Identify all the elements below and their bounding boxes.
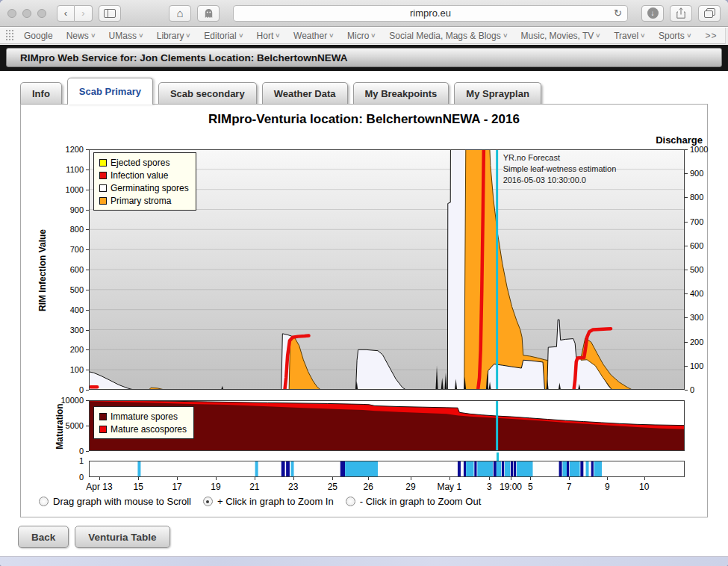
right-axis-tick-label: 800 [690,193,715,202]
bookmarks-grid-icon[interactable] [6,30,14,41]
tab-my-sprayplan[interactable]: My Sprayplan [454,82,541,105]
left-axis-tick [86,170,89,170]
address-bar[interactable]: rimpro.eu ↻ [233,5,628,22]
right-axis-tick [685,366,688,367]
wetness-strip[interactable] [89,461,685,477]
x-axis-tick [332,477,333,480]
left-axis-tick [86,349,89,350]
wetness-bar [502,461,504,476]
tab-scab-secondary[interactable]: Scab secondary [158,82,257,105]
x-axis-tick-label: 10 [627,482,662,492]
tab-my-breakpoints[interactable]: My Breakpoints [353,82,449,105]
tab-info[interactable]: Info [20,82,62,105]
chevron-down-icon: ∨ [595,32,601,39]
sidebar-button[interactable] [99,5,121,22]
bookmark-item[interactable]: Music, Movies, TV∨ [521,31,601,41]
bookmarks-bar: GoogleNews∨UMass∨Library∨Editorial∨Hort∨… [0,28,728,44]
bookmark-label: Editorial [204,31,236,41]
zoom-window-button[interactable] [37,9,46,18]
bookmark-item[interactable]: Micro∨ [347,31,376,41]
x-axis-tick-label: 19 [199,482,233,492]
right-axis-tick [685,149,688,150]
wetness-bar [505,461,510,476]
wetness-bar [497,461,501,476]
bookmark-item[interactable]: Travel∨ [614,31,645,41]
bookmark-label: UMass [109,31,137,41]
wetness-tick-label: 0 [69,473,84,482]
wetness-bar [594,461,602,476]
legend-label: Germinating spores [111,183,189,193]
bookmark-item[interactable]: Social Media, Mags & Blogs∨ [389,31,507,41]
radio-label[interactable]: + Click in graph to Zoom In [217,496,334,507]
legend-swatch [99,197,107,205]
tab-overview-button[interactable] [698,5,721,22]
right-axis-tick-label: 700 [690,217,715,226]
maturation-tick [86,451,89,452]
right-axis-tick-label: 900 [690,169,715,178]
bookmark-item[interactable]: Hort∨ [257,31,281,41]
maturation-tick [86,400,89,401]
x-axis-tick [569,477,570,480]
back-button[interactable]: ‹ [57,5,75,22]
right-axis-tick [685,197,688,198]
right-axis-tick [685,293,688,294]
radio-label[interactable]: Drag graph with mouse to Scroll [53,496,191,507]
close-window-button[interactable] [7,9,16,18]
new-tab-button[interactable]: + [725,28,728,44]
venturia-table-button[interactable]: Venturia Table [75,526,169,548]
left-axis-tick-label: 100 [58,365,84,374]
tab-weather-data[interactable]: Weather Data [262,82,348,105]
bookmark-item[interactable]: UMass∨ [109,31,143,41]
left-axis-tick-label: 700 [58,245,84,254]
bookmark-item[interactable]: Weather∨ [293,31,334,41]
right-axis-tick [685,342,688,343]
downloads-button[interactable]: ↓ [641,5,664,22]
extension-button[interactable] [197,5,220,22]
left-axis-tick [86,229,89,230]
wetness-bar [340,461,345,476]
wetness-bar [517,461,533,476]
app-header: RIMpro Web Service for: Jon Clements Loc… [6,48,722,67]
left-axis-tick-label: 600 [58,265,84,274]
bookmark-item[interactable]: News∨ [66,31,96,41]
bookmark-item[interactable]: Google [24,31,53,41]
tab-scab-primary[interactable]: Scab Primary [67,78,153,105]
tabs-icon [704,8,715,18]
legend-item: Mature ascospores [99,423,187,435]
main-chart-legend: Ejected sporesInfection valueGerminating… [93,152,196,211]
wetness-bar [474,461,476,476]
bookmark-item[interactable]: Editorial∨ [204,31,243,41]
minimize-window-button[interactable] [22,9,31,18]
radio-option[interactable] [39,497,49,506]
left-axis-tick-label: 0 [58,385,84,394]
bookmarks-overflow-button[interactable]: >> [706,31,718,41]
radio-option[interactable] [346,497,355,506]
left-axis-tick-label: 900 [58,205,84,214]
ghost-icon [204,8,214,19]
wetness-svg [89,461,685,477]
reload-icon[interactable]: ↻ [614,7,622,19]
desktop-edge-strip [0,557,728,566]
bookmark-label: Weather [293,31,327,41]
home-button[interactable]: ⌂ [169,5,191,22]
x-axis-tick-label: 15 [121,482,155,492]
maturation-tick-label: 5000 [58,421,84,430]
forward-button[interactable]: › [75,5,93,22]
wetness-bar [586,461,589,476]
left-axis-tick-label: 200 [58,345,84,354]
right-axis-tick-label: 300 [690,313,715,322]
x-axis-tick-label: Apr 13 [82,482,116,492]
bookmark-item[interactable]: Library∨ [157,31,191,41]
x-axis-tick-label: 29 [393,482,428,492]
x-axis-tick [255,477,255,480]
legend-item: Ejected spores [99,156,189,169]
back-page-button[interactable]: Back [18,526,69,548]
x-axis-tick-label: 7 [552,482,586,492]
bookmark-item[interactable]: Sports∨ [659,31,691,41]
radio-label[interactable]: - Click in graph to Zoom Out [360,496,482,507]
chevron-down-icon: ∨ [503,32,508,39]
wetness-bar [345,461,378,476]
bookmark-label: Google [24,31,53,41]
radio-selected[interactable] [203,497,213,506]
share-button[interactable] [670,5,692,22]
